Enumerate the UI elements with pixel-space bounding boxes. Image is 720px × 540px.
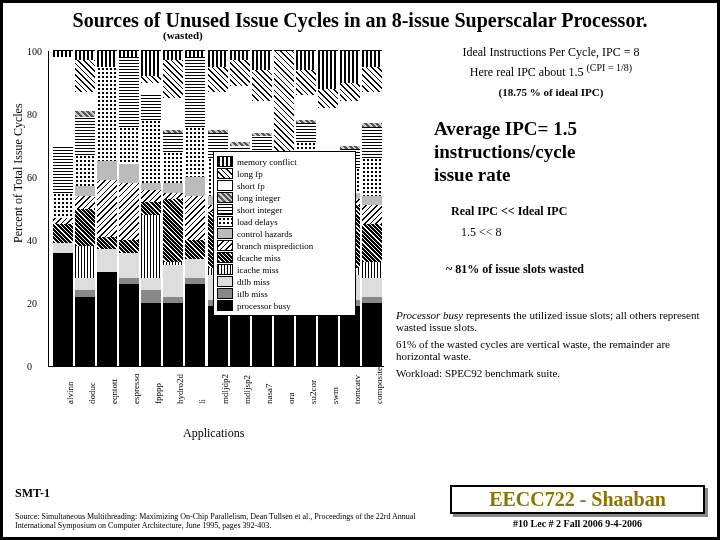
x-axis-label: Applications xyxy=(183,426,244,441)
legend-item: short fp xyxy=(217,180,352,191)
foot-p1: Processor busy represents the utilized i… xyxy=(396,309,706,333)
right-panel: Ideal Instructions Per Cycle, IPC = 8 He… xyxy=(388,43,706,443)
slide: Sources of Unused Issue Cycles in an 8-i… xyxy=(0,0,720,540)
foot-p3: Workload: SPEC92 benchmark suite. xyxy=(396,367,706,379)
badge-title: EECC722 - Shaaban xyxy=(450,485,705,514)
compare-values: 1.5 << 8 xyxy=(461,225,706,240)
compare-label: Real IPC << Ideal IPC xyxy=(451,204,706,219)
legend-item: branch misprediction xyxy=(217,240,352,251)
legend-item: processor busy xyxy=(217,300,352,311)
bar xyxy=(53,51,73,366)
y-axis-label: Percent of Total Issue Cycles xyxy=(11,103,26,243)
bar xyxy=(163,51,183,366)
legend-item: long fp xyxy=(217,168,352,179)
legend: memory conflictlong fpshort fplong integ… xyxy=(213,151,356,316)
legend-item: icache miss xyxy=(217,264,352,275)
bar xyxy=(141,51,161,366)
legend-item: short integer xyxy=(217,204,352,215)
note-real: Here real IPC about 1.5 (CPI = 1/8) xyxy=(396,62,706,80)
bar xyxy=(75,51,95,366)
bar xyxy=(97,51,117,366)
legend-item: memory conflict xyxy=(217,156,352,167)
legend-item: dtlb miss xyxy=(217,276,352,287)
content-row: Percent of Total Issue Cycles Applicatio… xyxy=(3,41,717,443)
foot-notes: Processor busy represents the utilized i… xyxy=(396,309,706,379)
foot-p2: 61% of the wasted cycles are vertical wa… xyxy=(396,338,706,362)
wasted-summary: ~ 81% of issue slots wasted xyxy=(446,262,706,277)
source-citation: Source: Simultaneous Multithreading: Max… xyxy=(15,513,425,531)
legend-item: itlb miss xyxy=(217,288,352,299)
page-title: Sources of Unused Issue Cycles in an 8-i… xyxy=(3,3,717,32)
legend-item: control hazards xyxy=(217,228,352,239)
bar xyxy=(362,51,382,366)
chart-area: Percent of Total Issue Cycles Applicatio… xyxy=(13,43,388,443)
legend-item: load delays xyxy=(217,216,352,227)
course-badge: EECC722 - Shaaban #10 Lec # 2 Fall 2006 … xyxy=(450,485,705,529)
note-pct: (18.75 % of ideal IPC) xyxy=(396,86,706,98)
legend-item: long integer xyxy=(217,192,352,203)
legend-item: dcache miss xyxy=(217,252,352,263)
notes: Ideal Instructions Per Cycle, IPC = 8 He… xyxy=(396,45,706,98)
smt-label: SMT-1 xyxy=(15,486,50,501)
badge-subtitle: #10 Lec # 2 Fall 2006 9-4-2006 xyxy=(450,518,705,529)
note-ideal: Ideal Instructions Per Cycle, IPC = 8 xyxy=(396,45,706,60)
bar xyxy=(119,51,139,366)
avg-ipc: Average IPC= 1.5 instructions/cycle issu… xyxy=(434,118,706,186)
bar xyxy=(185,51,205,366)
